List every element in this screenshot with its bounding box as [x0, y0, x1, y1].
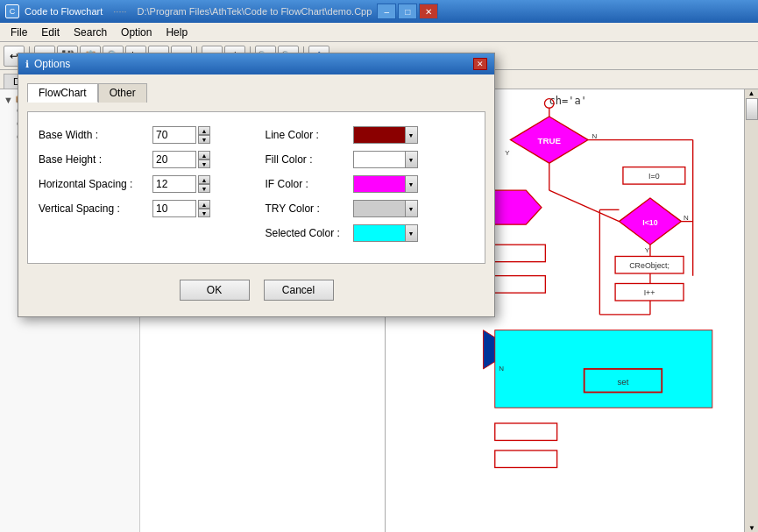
- title-bar: C Code to Flowchart ····· D:\Program Fil…: [0, 0, 758, 23]
- selected-color-swatch[interactable]: [353, 224, 406, 242]
- try-color-dropdown[interactable]: ▼: [406, 200, 418, 217]
- vertical-spacing-spinner: ▲ ▼: [198, 200, 210, 217]
- scrollbar[interactable]: ▲ ▼: [744, 89, 758, 532]
- vertical-spacing-down[interactable]: ▼: [198, 209, 210, 217]
- base-width-label: Base Width :: [39, 129, 152, 141]
- dialog-title-bar: ℹ Options ✕: [18, 53, 494, 74]
- dialog-tab-flowchart[interactable]: FlowChart: [27, 83, 98, 103]
- menu-file[interactable]: File: [4, 25, 34, 40]
- vertical-spacing-input[interactable]: [152, 200, 196, 217]
- menu-bar: File Edit Search Option Help: [0, 23, 758, 42]
- maximize-button[interactable]: □: [398, 4, 417, 19]
- dialog-title: Options: [34, 58, 468, 70]
- svg-text:CReObject;: CReObject;: [629, 261, 669, 270]
- base-height-label: Base Height :: [39, 153, 152, 166]
- horizontal-spacing-up[interactable]: ▲: [198, 175, 210, 184]
- horizontal-spacing-input[interactable]: [152, 175, 196, 193]
- if-color-dropdown[interactable]: ▼: [406, 175, 418, 193]
- dialog-body: FlowChart Other Base Width : ▲ ▼: [18, 74, 494, 316]
- cancel-button[interactable]: Cancel: [264, 280, 334, 301]
- selected-color-label: Selected Color :: [266, 227, 353, 239]
- dialog-left-fields: Base Width : ▲ ▼ Base Height : ▲ ▼: [39, 126, 266, 249]
- dialog-tabs: FlowChart Other: [27, 83, 485, 103]
- menu-edit[interactable]: Edit: [34, 25, 67, 40]
- dialog-footer: OK Cancel: [27, 273, 485, 308]
- svg-line-16: [549, 190, 620, 221]
- if-color-row: IF Color : ▼: [266, 175, 475, 193]
- try-color-swatch[interactable]: [353, 200, 406, 217]
- svg-text:N: N: [592, 132, 598, 140]
- svg-rect-37: [495, 450, 557, 467]
- fill-color-row: Fill Color : ▼: [266, 151, 475, 168]
- selected-color-row: Selected Color : ▼: [266, 224, 475, 242]
- try-color-row: TRY Color : ▼: [266, 200, 475, 217]
- line-color-swatch[interactable]: [353, 126, 406, 144]
- close-button[interactable]: ✕: [419, 4, 438, 19]
- svg-text:I<10: I<10: [642, 218, 658, 227]
- expand-icon[interactable]: ▼: [4, 95, 13, 105]
- svg-text:I=0: I=0: [648, 172, 660, 181]
- base-width-up[interactable]: ▲: [198, 126, 210, 135]
- fill-color-swatch[interactable]: [353, 151, 406, 168]
- svg-point-0: [544, 99, 554, 109]
- dialog-right-fields: Line Color : ▼ Fill Color : ▼ IF Color :: [266, 126, 475, 249]
- dialog-fields-row: Base Width : ▲ ▼ Base Height : ▲ ▼: [39, 126, 474, 249]
- ok-button[interactable]: OK: [180, 280, 250, 301]
- horizontal-spacing-down[interactable]: ▼: [198, 184, 210, 193]
- line-color-dropdown[interactable]: ▼: [406, 126, 418, 144]
- base-width-input[interactable]: [152, 126, 196, 144]
- file-path: D:\Program Files\AthTek\Code to FlowChar…: [138, 6, 372, 17]
- svg-text:N: N: [684, 214, 689, 222]
- svg-text:set: set: [617, 377, 628, 387]
- fill-color-dropdown[interactable]: ▼: [406, 151, 418, 168]
- vertical-spacing-row: Vertical Spacing : ▲ ▼: [39, 200, 248, 217]
- selected-color-dropdown[interactable]: ▼: [406, 224, 418, 242]
- svg-text:N: N: [499, 365, 504, 372]
- options-dialog: ℹ Options ✕ FlowChart Other Base Width :…: [18, 53, 495, 317]
- base-width-down[interactable]: ▼: [198, 135, 210, 144]
- dialog-icon: ℹ: [25, 59, 29, 70]
- svg-text:I++: I++: [644, 288, 655, 297]
- base-height-spinner: ▲ ▼: [198, 151, 210, 168]
- fill-color-label: Fill Color :: [266, 153, 353, 166]
- menu-option[interactable]: Option: [114, 25, 159, 40]
- if-color-label: IF Color :: [266, 178, 353, 190]
- if-color-swatch[interactable]: [353, 175, 406, 193]
- base-height-up[interactable]: ▲: [198, 151, 210, 160]
- dialog-content-box: Base Width : ▲ ▼ Base Height : ▲ ▼: [27, 111, 485, 264]
- line-color-row: Line Color : ▼: [266, 126, 475, 144]
- vertical-spacing-up[interactable]: ▲: [198, 200, 210, 209]
- base-width-row: Base Width : ▲ ▼: [39, 126, 248, 144]
- svg-text:Y: Y: [645, 246, 650, 254]
- base-height-down[interactable]: ▼: [198, 160, 210, 168]
- svg-rect-36: [495, 423, 557, 440]
- dialog-close-button[interactable]: ✕: [473, 58, 487, 70]
- svg-text:TRUE: TRUE: [538, 136, 562, 145]
- try-color-label: TRY Color :: [266, 202, 353, 215]
- title-separator: ·····: [113, 6, 126, 17]
- base-width-spinner: ▲ ▼: [198, 126, 210, 144]
- menu-help[interactable]: Help: [159, 25, 195, 40]
- menu-search[interactable]: Search: [67, 25, 114, 40]
- app-icon: C: [5, 4, 19, 18]
- base-height-input[interactable]: [152, 151, 196, 168]
- window-controls: – □ ✕: [377, 4, 438, 19]
- line-color-label: Line Color :: [266, 129, 353, 141]
- horizontal-spacing-row: Horizontal Spacing : ▲ ▼: [39, 175, 248, 193]
- vertical-spacing-label: Vertical Spacing :: [39, 202, 152, 215]
- dialog-tab-other[interactable]: Other: [98, 83, 147, 103]
- base-height-row: Base Height : ▲ ▼: [39, 151, 248, 168]
- minimize-button[interactable]: –: [377, 4, 396, 19]
- app-title: Code to Flowchart: [25, 6, 103, 17]
- svg-text:Y: Y: [505, 149, 510, 157]
- horizontal-spacing-label: Horizontal Spacing :: [39, 178, 152, 190]
- horizontal-spacing-spinner: ▲ ▼: [198, 175, 210, 193]
